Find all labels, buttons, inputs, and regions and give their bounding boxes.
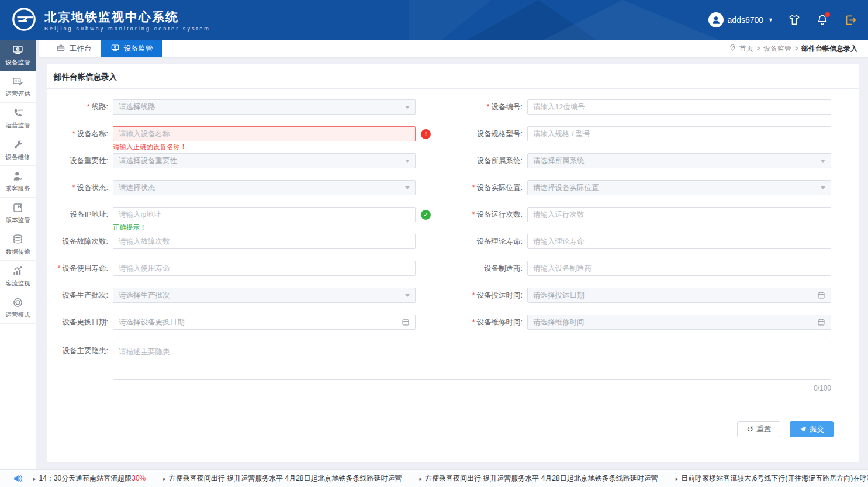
- sidebar-item-label: 客流监视: [6, 279, 30, 288]
- form-column-left: *线路:请选择线路*设备名称:!请输入正确的设备名称！设备重要性:请选择设备重要…: [47, 99, 451, 341]
- required-asterisk: *: [472, 184, 475, 192]
- form-card: 部件台帐信息录入 *线路:请选择线路*设备名称:!请输入正确的设备名称！设备重要…: [47, 64, 859, 462]
- line-placeholder: 请选择线路: [119, 102, 405, 112]
- device-service-life-input[interactable]: [113, 261, 416, 276]
- device-production-batch-select[interactable]: 请选择生产批次: [113, 288, 416, 303]
- device-location-select[interactable]: 请选择设备实际位置: [527, 180, 831, 195]
- calendar-icon: [817, 318, 825, 326]
- device-name-row: *设备名称:!请输入正确的设备名称！: [47, 126, 451, 141]
- device-model-label: 设备规格型号:: [451, 129, 527, 139]
- device-service-life-row: *设备使用寿命:: [47, 261, 451, 276]
- logout-button[interactable]: [843, 13, 857, 27]
- required-asterisk: *: [87, 103, 90, 111]
- sidebar-item-device-maintenance[interactable]: 设备维修: [0, 134, 36, 166]
- flow-chart-icon: [12, 265, 24, 277]
- sidebar-item-operation-evaluation[interactable]: AFC 运营评估: [0, 71, 36, 103]
- line-row: *线路:请选择线路: [47, 99, 451, 115]
- sidebar-item-label: 乘客服务: [6, 185, 30, 193]
- device-maintenance-date-datepicker[interactable]: 请选择维修时间: [527, 315, 831, 330]
- device-model-input[interactable]: [527, 126, 831, 141]
- device-ip-input[interactable]: [113, 207, 416, 222]
- device-ip-input-field[interactable]: [119, 210, 410, 219]
- sidebar-item-version-supervision[interactable]: 版本监管: [0, 198, 36, 229]
- submit-button-label: 提交: [810, 424, 824, 434]
- calendar-icon: [817, 291, 825, 299]
- breadcrumb-home[interactable]: 首页: [739, 44, 753, 54]
- reset-icon: ↺: [746, 425, 753, 433]
- device-name-input[interactable]: [113, 126, 416, 141]
- briefcase-icon: [56, 43, 65, 54]
- device-manufacturer-input[interactable]: [527, 261, 831, 276]
- calendar-icon: [402, 318, 410, 326]
- required-asterisk: *: [472, 318, 475, 326]
- device-manufacturer-input-field[interactable]: [533, 264, 825, 272]
- device-number-input-field[interactable]: [533, 103, 825, 111]
- device-number-input[interactable]: [527, 99, 831, 115]
- device-location-label: *设备实际位置:: [451, 183, 527, 193]
- breadcrumb-separator: >: [756, 44, 760, 53]
- device-replace-date-datepicker[interactable]: 请选择设备更换日期: [113, 315, 416, 330]
- device-run-count-input-field[interactable]: [533, 210, 825, 219]
- notification-bell-icon[interactable]: [815, 13, 829, 27]
- breadcrumb-device-supervision[interactable]: 设备监管: [763, 44, 791, 54]
- device-fault-count-input-field[interactable]: [119, 237, 410, 246]
- device-system-select[interactable]: 请选择所属系统: [527, 153, 831, 168]
- device-importance-row: 设备重要性:请选择设备重要性: [47, 153, 451, 168]
- sidebar-item-passenger-flow-monitor[interactable]: 客流监视: [0, 261, 36, 292]
- device-maintenance-date-label: *设备维修时间:: [451, 317, 527, 327]
- theme-skin-button[interactable]: [787, 13, 801, 27]
- ticker-item[interactable]: ▸方便乘客夜间出行 提升运营服务水平 4月28日起北京地铁多条线路延时运营: [420, 474, 658, 483]
- device-importance-select[interactable]: 请选择设备重要性: [113, 153, 416, 168]
- breadcrumb: 首页 > 设备监管 > 部件台帐信息录入: [729, 40, 868, 57]
- mode-circle-icon: [12, 296, 24, 309]
- device-theoretical-life-input[interactable]: [527, 234, 831, 249]
- required-asterisk: *: [472, 291, 475, 299]
- reset-button[interactable]: ↺ 重置: [737, 421, 780, 437]
- submit-button[interactable]: 提交: [790, 421, 834, 437]
- device-theoretical-life-input-field[interactable]: [533, 237, 825, 246]
- tab-label: 设备监管: [124, 44, 153, 54]
- passenger-icon: [12, 170, 24, 182]
- tab-device-supervision[interactable]: 设备监管: [101, 40, 162, 57]
- phone-acc-icon: ACC: [12, 107, 24, 119]
- tab-bar: 工作台 设备监管 首页 > 设备监管 > 部件台帐: [39, 40, 868, 57]
- device-service-life-input-field[interactable]: [119, 264, 410, 272]
- device-status-row: *设备状态:请选择状态: [47, 180, 451, 195]
- chevron-down-icon: ▼: [768, 17, 773, 23]
- required-asterisk: *: [487, 103, 490, 111]
- device-name-input-field[interactable]: [119, 130, 410, 138]
- device-hidden-danger-textarea[interactable]: [113, 343, 831, 380]
- device-fault-count-input[interactable]: [113, 234, 416, 249]
- line-select[interactable]: 请选择线路: [113, 99, 416, 115]
- sidebar-item-label: 设备维修: [6, 153, 30, 161]
- sidebar-item-label: 设备监管: [6, 58, 30, 67]
- device-system-row: 设备所属系统:请选择所属系统: [451, 153, 856, 168]
- device-model-input-field[interactable]: [533, 130, 825, 138]
- sidebar-item-passenger-service[interactable]: 乘客服务: [0, 166, 36, 198]
- required-asterisk: *: [72, 184, 75, 192]
- device-replace-date-label: 设备更换日期:: [47, 317, 113, 327]
- user-menu[interactable]: adds6700 ▼: [708, 12, 773, 27]
- sidebar-item-operation-mode[interactable]: 运营模式: [0, 292, 36, 324]
- database-icon: [12, 233, 24, 246]
- device-hidden-danger-label: 设备主要隐患:: [47, 343, 113, 392]
- device-status-select[interactable]: 请选择状态: [113, 180, 416, 195]
- sidebar-item-data-transmission[interactable]: 数据传输: [0, 229, 36, 261]
- ticker-item[interactable]: ▸方便乘客夜间出行 提升运营服务水平 4月28日起北京地铁多条线路延时运营: [163, 474, 402, 483]
- device-name-label: *设备名称:: [47, 129, 113, 139]
- main-area: 工作台 设备监管 首页 > 设备监管 > 部件台帐: [39, 40, 868, 469]
- ticker-item[interactable]: ▸14：30分天通苑南站客流超限30%: [33, 474, 146, 483]
- device-ip-row: 设备IP地址:✓正确提示！: [47, 207, 451, 222]
- device-commission-date-datepicker[interactable]: 请选择投运日期: [527, 288, 831, 303]
- ticker-item[interactable]: ▸目前呼家楼站客流较大,6号线下行(开往海淀五路居方向)在呼家楼站采取部分在呼家…: [676, 474, 868, 483]
- device-form: *线路:请选择线路*设备名称:!请输入正确的设备名称！设备重要性:请选择设备重要…: [47, 89, 859, 437]
- device-number-label: *设备编号:: [451, 102, 527, 112]
- tab-workbench[interactable]: 工作台: [47, 40, 101, 57]
- paper-plane-icon: [799, 426, 807, 433]
- page-title: 部件台帐信息录入: [47, 64, 859, 88]
- avatar: [708, 12, 724, 27]
- sidebar-item-device-supervision[interactable]: 设备监管: [0, 40, 36, 71]
- device-status-placeholder: 请选择状态: [119, 183, 405, 193]
- device-run-count-input[interactable]: [527, 207, 831, 222]
- sidebar-item-operation-supervision[interactable]: ACC 运营监管: [0, 103, 36, 134]
